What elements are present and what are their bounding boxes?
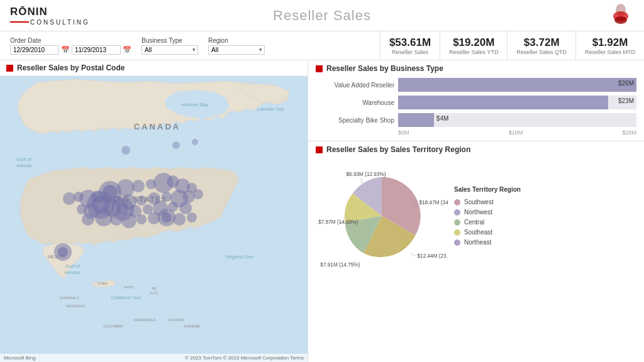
bar-label-2: Warehouse [316, 99, 394, 106]
svg-text:Mexico: Mexico [64, 270, 80, 275]
bar-value-1: $26M [618, 80, 634, 87]
svg-point-28 [117, 179, 135, 197]
pie-chart-section: Reseller Sales by Sales Territory Region [308, 141, 644, 362]
bar-chart-title: Reseller Sales by Business Type [326, 64, 443, 73]
svg-point-69 [172, 141, 180, 149]
map-footer: Microsoft Bing © 2023 TomTom © 2023 Micr… [0, 354, 308, 362]
bar-row-3: Specialty Bike Shop $4M [316, 113, 636, 127]
region-label: Region [208, 37, 265, 44]
svg-point-61 [121, 213, 136, 228]
map-footer-bing: Microsoft Bing [4, 355, 36, 361]
end-date-cal-icon[interactable]: 📅 [123, 46, 131, 54]
kpi-value-3: $3.72M [516, 36, 567, 49]
bar-label-1: Value Added Reseller [316, 82, 394, 89]
region-select[interactable]: All [208, 45, 265, 55]
map-footer-copyright: © 2023 TomTom © 2023 Microsoft Corporati… [185, 355, 304, 361]
svg-line-83 [361, 178, 362, 184]
order-date-filter: Order Date 📅 📅 [10, 37, 131, 55]
svg-text:GUATEMALA: GUATEMALA [60, 296, 79, 300]
svg-point-68 [82, 213, 94, 226]
legend-item-northwest: Northwest [454, 209, 521, 216]
svg-text:PR: PR [152, 287, 157, 290]
pie-chart-title: Reseller Sales by Sales Territory Region [326, 145, 470, 154]
svg-text:Hudson Bay: Hudson Bay [181, 102, 209, 107]
svg-text:(U.S.): (U.S.) [150, 291, 158, 295]
legend-title: Sales Territory Region [454, 186, 521, 193]
legend-label-southwest: Southwest [464, 199, 494, 206]
legend-item-northeast: Northeast [454, 239, 521, 246]
bar-fill-3 [398, 113, 434, 127]
legend-label-northeast: Northeast [464, 239, 491, 246]
bar-fill-1 [398, 78, 636, 92]
svg-text:COLOMBIA: COLOMBIA [103, 324, 123, 328]
kpi-reseller-sales-ytd: $19.20M Reseller Sales YTD [440, 31, 508, 60]
svg-text:$7.87M (14.68%): $7.87M (14.68%) [318, 219, 358, 225]
svg-text:$18.47M (34.45%): $18.47M (34.45%) [419, 200, 448, 206]
svg-point-2 [614, 16, 627, 24]
svg-text:Gulf of: Gulf of [16, 156, 31, 162]
bar-axis: $0M $10M $20M [316, 129, 636, 136]
bar-label-3: Specialty Bike Shop [316, 117, 394, 124]
business-type-select[interactable]: All [142, 45, 198, 55]
svg-text:CUBA: CUBA [97, 282, 108, 285]
svg-line-77 [411, 253, 415, 256]
map-svg: Gulf of Mexico Gulf of Alaska CANADA UNI… [0, 76, 308, 340]
axis-20: $20M [622, 129, 636, 136]
svg-text:$6.93M (12.93%): $6.93M (12.93%) [346, 172, 386, 177]
pie-chart-wrap: $18.47M (34.45%) $12.44M (23.2%) $7.91M … [316, 158, 448, 274]
svg-text:$12.44M (23.2%): $12.44M (23.2%) [418, 253, 448, 259]
svg-text:Labrador Sea: Labrador Sea [257, 107, 284, 111]
bar-fill-2 [398, 96, 608, 109]
svg-text:NICARAGUA: NICARAGUA [66, 304, 85, 308]
kpi-label-2: Reseller Sales YTD [449, 49, 498, 55]
pie-chart-title-marker [316, 146, 323, 153]
bar-chart-section: Reseller Sales by Business Type Value Ad… [308, 60, 644, 141]
order-date-label: Order Date [10, 37, 131, 44]
legend-label-central: Central [464, 219, 484, 226]
svg-point-46 [193, 189, 203, 199]
svg-point-45 [182, 190, 195, 203]
legend-item-southeast: Southeast [454, 229, 521, 236]
map-title-marker [6, 65, 13, 72]
logo-text-top: RŌNIN [10, 6, 48, 18]
svg-point-59 [95, 209, 113, 226]
svg-text:CANADA: CANADA [134, 122, 180, 131]
start-date-input[interactable] [10, 45, 59, 55]
kpi-reseller-sales: $53.61M Reseller Sales [380, 31, 440, 60]
bar-chart: Value Added Reseller $26M Warehouse $23M… [316, 78, 636, 136]
legend-dot-northeast [454, 239, 460, 246]
logo-text-bottom: CONSULTING [30, 19, 90, 26]
legend-item-central: Central [454, 219, 521, 226]
bar-value-2: $23M [618, 97, 634, 104]
map-container[interactable]: Gulf of Mexico Gulf of Alaska CANADA UNI… [0, 76, 308, 362]
brand-icon [608, 3, 634, 29]
svg-point-56 [179, 202, 192, 214]
svg-point-71 [121, 146, 130, 155]
start-date-cal-icon[interactable]: 📅 [61, 46, 70, 54]
end-date-input[interactable] [72, 45, 121, 55]
logo: RŌNIN CONSULTING [10, 6, 90, 26]
region-filter: Region All ▾ [208, 37, 265, 55]
kpi-label-4: Reseller Sales MTD [585, 49, 635, 55]
kpi-bar: $53.61M Reseller Sales $19.20M Reseller … [380, 31, 644, 60]
pie-svg: $18.47M (34.45%) $12.44M (23.2%) $7.91M … [316, 158, 448, 274]
svg-point-62 [136, 214, 147, 224]
axis-10: $10M [509, 129, 523, 136]
map-panel: Reseller Sales by Postal Code [0, 60, 308, 362]
bar-row-1: Value Added Reseller $26M [316, 78, 636, 92]
business-type-label: Business Type [142, 37, 198, 44]
svg-point-58 [77, 204, 87, 214]
legend-dot-central [454, 219, 460, 226]
legend-item-southwest: Southwest [454, 199, 521, 206]
legend-label-northwest: Northwest [464, 209, 492, 216]
kpi-label-1: Reseller Sales [389, 49, 431, 55]
axis-0: $0M [398, 129, 409, 136]
map-title: Reseller Sales by Postal Code [17, 63, 125, 72]
bar-value-3: $4M [436, 115, 448, 122]
svg-text:Alaska: Alaska [16, 163, 32, 168]
logo-bar-left [10, 21, 29, 23]
right-panel: Reseller Sales by Business Type Value Ad… [308, 60, 644, 362]
legend-dot-southwest [454, 199, 460, 206]
svg-text:SURINAME: SURINAME [184, 324, 201, 328]
kpi-value-4: $1.92M [585, 36, 635, 49]
